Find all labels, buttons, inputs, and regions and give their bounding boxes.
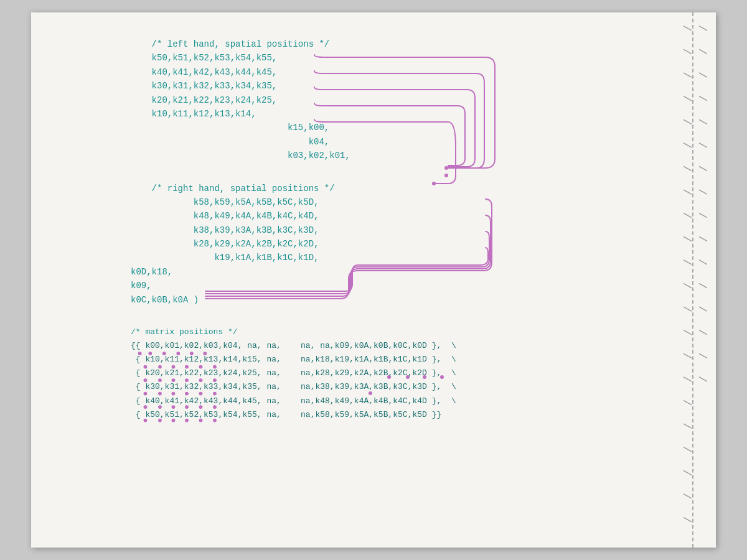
matrix-comment: /* matrix positions */ {{ k00,k01,k02,k0…	[131, 325, 679, 422]
page: /* left hand, spatial positions */ k50,k…	[31, 12, 716, 548]
right-hand-comment: /* right hand, spatial positions */	[152, 184, 335, 194]
svg-point-1	[444, 174, 448, 177]
left-hand-code: /* left hand, spatial positions */ k50,k…	[131, 37, 679, 163]
left-hand-section: /* left hand, spatial positions */ k50,k…	[131, 37, 679, 163]
right-margin-dashes: / / / / / / / / / / / / / / / / / / / / …	[679, 12, 710, 548]
right-hand-section: /* right hand, spatial positions */ k58,…	[131, 182, 679, 307]
right-hand-code: /* right hand, spatial positions */ k58,…	[131, 182, 679, 307]
matrix-section: /* matrix positions */ {{ k00,k01,k02,k0…	[131, 325, 679, 422]
svg-point-0	[444, 166, 448, 170]
left-hand-comment: /* left hand, spatial positions */	[152, 39, 330, 49]
